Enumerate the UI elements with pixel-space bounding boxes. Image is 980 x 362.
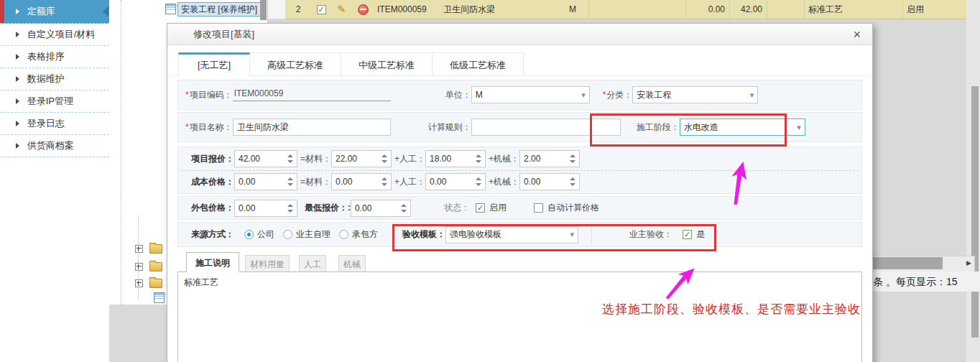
acceptance-template-select[interactable]: 强电验收模板 ▾ (445, 226, 578, 243)
row-code-cell: ITEM000059 (374, 0, 440, 19)
sidebar-item-label: 数据维护 (27, 73, 65, 84)
quote-labor-label: +人工： (394, 153, 425, 165)
arrow-right-icon (16, 76, 19, 82)
radio-owner-self-label: 业主自理 (296, 228, 330, 241)
spin-up-icon[interactable] (287, 154, 293, 157)
tree-guide-line (121, 0, 121, 305)
tab-material-usage[interactable]: 材料用量 (245, 255, 290, 272)
horizontal-scrollbar[interactable]: ▶ (872, 256, 975, 272)
enabled-label: 启用 (489, 202, 507, 214)
radio-company-label: 公司 (257, 228, 274, 241)
cost-input[interactable]: 0.00 (234, 173, 297, 190)
sidebar-item-login-ip[interactable]: 登录IP管理 (0, 90, 109, 113)
row-craft-cell: 标准工艺 (805, 0, 903, 19)
check-icon: ✓ (318, 6, 324, 14)
row-checkbox[interactable]: ✓ (317, 5, 326, 14)
acceptance-template-label: 验收模板： (402, 228, 445, 241)
dashed-divider (181, 170, 859, 171)
pagination-text: 条 。每页显示：15 (873, 272, 980, 292)
form-row-outsource: 外包价格： 0.00 最低报价：: 0.00 状态： ✓ 启用 自动计算价格 (177, 196, 862, 220)
tree-node-selected[interactable]: 安装工程 [保养维护] (177, 2, 261, 17)
tab-advanced-craft[interactable]: 高级工艺标准 (250, 52, 341, 76)
radio-company[interactable] (244, 230, 254, 239)
cost-machine-label: +机械： (489, 176, 519, 188)
min-quote-input[interactable]: 0.00 (351, 200, 411, 217)
source-label: 来源方式： (191, 228, 234, 241)
tree-scrollbar-thumb[interactable] (260, 0, 267, 20)
quote-labor-input[interactable]: 18.00 (425, 150, 486, 167)
scroll-right-arrow-icon[interactable]: ▶ (966, 259, 971, 266)
name-input[interactable]: 卫生间防水梁 (233, 119, 391, 136)
form-row-source: 来源方式： 公司 业主自理 承包方 验收模板： 强电验收模板 ▾ 业主验收： ✓… (177, 222, 862, 247)
status-label: 状态： (444, 202, 470, 214)
tab-no-craft[interactable]: [无工艺] (178, 52, 250, 76)
chevron-down-icon: ▾ (797, 123, 801, 132)
arrow-right-icon (16, 32, 19, 37)
row-disable-cell (352, 0, 374, 19)
vertical-divider (591, 226, 592, 244)
radio-contractor[interactable] (339, 230, 348, 239)
tree-expand-icon[interactable] (135, 279, 143, 287)
owner-acceptance-checkbox[interactable]: ✓ (683, 230, 692, 239)
craft-tabs: [无工艺] 高级工艺标准 中级工艺标准 低级工艺标准 (178, 52, 524, 76)
sidebar-item-label: 自定义项目/材料 (27, 29, 96, 40)
outsource-label: 外包价格： (191, 202, 234, 214)
min-quote-label: 最低报价：: (305, 202, 351, 214)
calc-rule-input[interactable] (471, 119, 621, 136)
horizontal-scrollbar-thumb[interactable] (873, 257, 943, 269)
quote-machine-label: +机械： (489, 153, 519, 165)
edit-pencil-icon[interactable]: ✎ (338, 4, 346, 15)
chevron-down-icon: ▾ (581, 90, 586, 100)
auto-calc-checkbox[interactable] (534, 203, 543, 213)
disable-icon[interactable] (358, 4, 369, 15)
enabled-checkbox[interactable]: ✓ (476, 203, 485, 213)
spin-down-icon[interactable] (287, 160, 293, 163)
cost-line: 成本价格： 0.00 =材料： 0.00 +人工： 0.00 +机械： 0.00 (178, 170, 861, 193)
tab-intermediate-craft[interactable]: 中级工艺标准 (341, 52, 433, 76)
sidebar-item-supplier-archive[interactable]: 供货商档案 (0, 135, 109, 157)
cost-material-input[interactable]: 0.00 (331, 173, 392, 190)
table-row[interactable]: 2 ✓ ✎ ITEM000059 卫生间防水梁 M 0.00 42.00 标准工… (285, 0, 966, 19)
sidebar-item-custom-project-material[interactable]: 自定义项目/材料 (0, 24, 109, 46)
unit-select[interactable]: M ▾ (471, 86, 590, 103)
sidebar-item-table-sort[interactable]: 表格排序 (0, 46, 109, 68)
sidebar-item-login-log[interactable]: 登录日志 (0, 113, 109, 135)
quote-material-label: =材料： (300, 153, 331, 165)
cost-machine-input[interactable]: 0.00 (519, 173, 580, 190)
row-name-cell: 卫生间防水梁 (440, 0, 565, 19)
form-row-code: 项目编码： ITEM000059 单位： M ▾ 分类： 安装工程 ▾ (177, 80, 862, 110)
table-icon (165, 4, 176, 14)
cost-material-label: =材料： (300, 176, 331, 188)
tree-guide-line (138, 215, 139, 300)
code-label: 项目编码： (185, 89, 233, 101)
sidebar-item-quota-library[interactable]: 定额库 (0, 0, 109, 24)
category-select[interactable]: 安装工程 ▾ (632, 86, 758, 103)
tab-labor[interactable]: 人工 (299, 255, 326, 272)
unit-label: 单位： (445, 89, 471, 101)
stage-select[interactable]: 水电改造 ▾ (680, 119, 805, 136)
form-row-name: 项目名称： 卫生间防水梁 计算规则： 施工阶段： 水电改造 ▾ (177, 112, 862, 142)
quote-machine-input[interactable]: 2.00 (519, 150, 580, 167)
chevron-down-icon: ▾ (570, 230, 574, 239)
tree-expand-icon[interactable] (135, 245, 143, 253)
owner-acceptance-label: 业主验收： (629, 228, 672, 241)
tab-machine[interactable]: 机械 (338, 255, 366, 272)
cost-labor-input[interactable]: 0.00 (425, 173, 486, 190)
quote-input[interactable]: 42.00 (234, 150, 297, 167)
quote-material-input[interactable]: 22.00 (331, 150, 392, 167)
panel-gap (267, 0, 285, 19)
cost-label: 成本价格： (191, 176, 234, 188)
arrow-right-icon (16, 121, 19, 126)
vertical-scrollbar-thumb[interactable] (971, 86, 979, 338)
category-label: 分类： (603, 89, 633, 101)
close-icon[interactable]: × (853, 27, 861, 42)
tab-construction-notes[interactable]: 施工说明 (186, 252, 239, 272)
tab-basic-craft[interactable]: 低级工艺标准 (433, 52, 524, 76)
row-edit-cell: ✎ (331, 0, 352, 19)
tree-expand-icon[interactable] (135, 263, 143, 271)
sidebar-item-data-maintenance[interactable]: 数据维护 (0, 68, 109, 90)
active-red-bar (0, 0, 4, 23)
radio-owner-self[interactable] (283, 230, 292, 239)
arrow-right-icon (16, 143, 19, 149)
outsource-input[interactable]: 0.00 (234, 200, 297, 217)
